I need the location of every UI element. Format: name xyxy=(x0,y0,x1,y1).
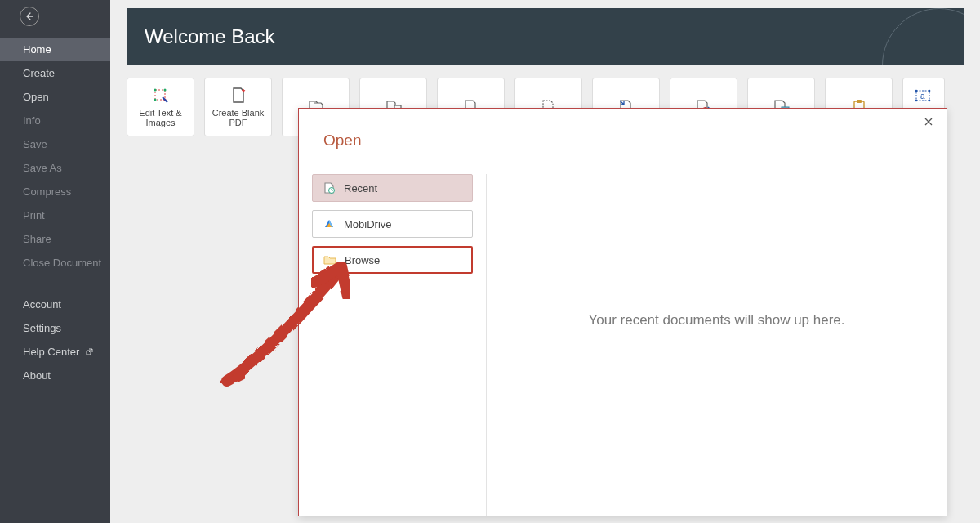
location-mobidrive[interactable]: MobiDrive xyxy=(312,210,473,238)
svg-rect-9 xyxy=(857,100,862,103)
svg-point-1 xyxy=(154,89,156,92)
sidebar-item-save-as: Save As xyxy=(0,156,110,180)
open-locations-list: Recent MobiDrive Browse xyxy=(299,174,487,516)
recent-list-empty: Your recent documents will show up here. xyxy=(487,174,947,516)
help-center-label: Help Center xyxy=(23,346,79,358)
folder-icon xyxy=(323,253,336,266)
sidebar-item-account[interactable]: Account xyxy=(0,293,110,316)
tile-edit-text-images[interactable]: Edit Text & Images xyxy=(127,78,194,136)
svg-point-2 xyxy=(163,89,166,92)
location-recent[interactable]: Recent xyxy=(312,174,473,202)
location-browse[interactable]: Browse xyxy=(312,246,473,274)
svg-point-13 xyxy=(929,90,931,92)
svg-text:a: a xyxy=(920,92,925,101)
svg-point-12 xyxy=(915,90,918,92)
sidebar-item-print: Print xyxy=(0,203,110,227)
sidebar-item-share: Share xyxy=(0,227,110,251)
sidebar-item-close-document: Close Document xyxy=(0,251,110,275)
sidebar-item-save: Save xyxy=(0,132,110,156)
sidebar-item-compress: Compress xyxy=(0,180,110,203)
svg-text:*: * xyxy=(242,87,246,97)
svg-point-3 xyxy=(154,99,156,101)
tile-label: Edit Text & Images xyxy=(129,108,192,127)
tile-label: Create Blank PDF xyxy=(207,108,270,127)
arrow-left-icon xyxy=(24,11,34,21)
sidebar-item-info: Info xyxy=(0,109,110,132)
dialog-title: Open xyxy=(299,109,947,150)
blank-page-icon: * xyxy=(229,87,247,105)
sidebar-item-help-center[interactable]: Help Center xyxy=(0,340,110,364)
sidebar: Home Create Open Info Save Save As Compr… xyxy=(0,0,110,523)
empty-state-text: Your recent documents will show up here. xyxy=(588,312,844,329)
sidebar-item-home[interactable]: Home xyxy=(0,38,110,61)
location-label: Browse xyxy=(345,254,380,266)
tile-create-blank-pdf[interactable]: * Create Blank PDF xyxy=(204,78,272,136)
sidebar-nav: Home Create Open Info Save Save As Compr… xyxy=(0,38,110,387)
sidebar-item-settings[interactable]: Settings xyxy=(0,316,110,340)
back-button[interactable] xyxy=(20,7,39,26)
sidebar-item-open[interactable]: Open xyxy=(0,85,110,109)
svg-point-15 xyxy=(929,100,931,102)
close-icon xyxy=(924,117,933,127)
sidebar-item-about[interactable]: About xyxy=(0,364,110,387)
location-label: MobiDrive xyxy=(344,218,392,230)
location-label: Recent xyxy=(344,182,377,194)
text-field-icon: a xyxy=(915,87,933,105)
recent-icon xyxy=(323,181,336,194)
close-button[interactable] xyxy=(920,115,937,132)
open-dialog: Open Recent MobiDrive Browse Your recent… xyxy=(298,108,947,516)
header-decoration xyxy=(882,8,964,65)
page-title: Welcome Back xyxy=(145,25,275,48)
external-link-icon xyxy=(86,348,93,357)
svg-point-14 xyxy=(915,100,918,102)
sidebar-item-create[interactable]: Create xyxy=(0,61,110,85)
mobidrive-icon xyxy=(323,217,336,230)
edit-text-icon xyxy=(152,87,170,105)
welcome-header: Welcome Back xyxy=(127,8,964,65)
